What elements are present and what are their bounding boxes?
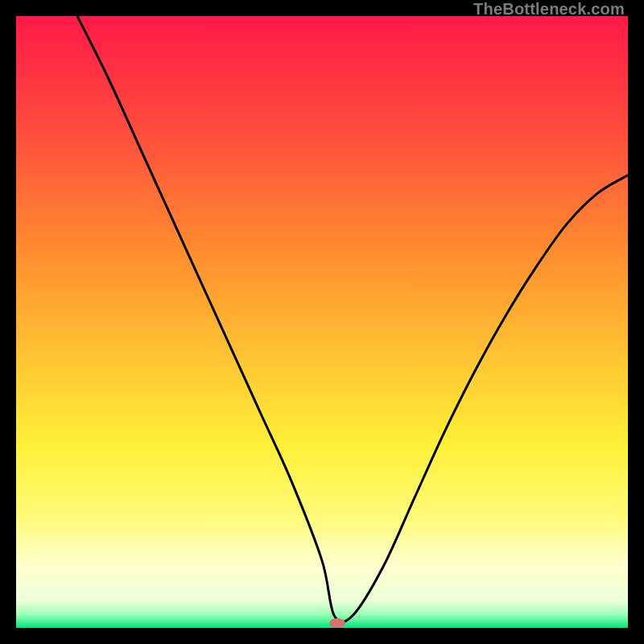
plot-area: [16, 16, 628, 628]
bottleneck-chart: [16, 16, 628, 628]
watermark-text: TheBottleneck.com: [473, 0, 625, 19]
gradient-background: [16, 16, 628, 628]
optimum-marker: [329, 618, 345, 628]
chart-frame: TheBottleneck.com: [0, 0, 644, 644]
